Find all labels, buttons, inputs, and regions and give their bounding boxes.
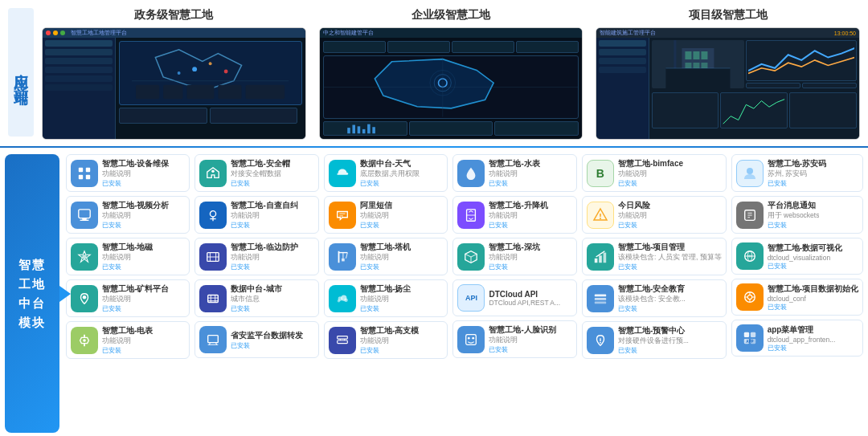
svg-point-71 xyxy=(338,299,341,302)
svg-point-44 xyxy=(83,339,86,342)
svg-point-40 xyxy=(82,255,86,259)
module-card[interactable]: 数据中台-天气 底层数据,共用权限 已安装 xyxy=(324,154,448,192)
svg-rect-35 xyxy=(79,174,83,178)
module-icon xyxy=(457,160,485,187)
module-name: app菜单管理 xyxy=(768,324,836,336)
module-name: 数据中台-天气 xyxy=(360,158,420,169)
module-icon: B xyxy=(587,160,614,187)
module-card[interactable]: 智慧工地-苏安码 苏州, 苏安码 已安装 xyxy=(731,154,863,192)
module-name: 今日风险 xyxy=(618,200,650,211)
module-status: 已安装 xyxy=(768,344,836,352)
module-card[interactable]: 智慧工地-数据可视化 dtcloud_visualization 已安装 xyxy=(731,238,863,275)
module-status: 已安装 xyxy=(231,179,289,188)
module-card[interactable]: 智慧工地-项目数据初始化 dtcloud_conf 已安装 xyxy=(731,279,863,316)
module-icon xyxy=(587,327,614,354)
module-desc: 功能说明 xyxy=(102,211,169,221)
module-desc: 功能说明 xyxy=(231,253,297,263)
module-icon xyxy=(71,202,98,229)
module-card[interactable]: 阿里短信 功能说明 已安装 xyxy=(324,196,448,234)
module-card[interactable]: B 智慧工地-bimface 功能说明 已安装 xyxy=(582,154,727,192)
module-card[interactable]: APP app菜单管理 dtcloud_app_fronten... 已安装 xyxy=(731,320,863,357)
module-desc: dtcloud_app_fronten... xyxy=(768,336,836,344)
module-icon xyxy=(329,202,356,229)
module-card[interactable]: 智慧工地-高支模 功能说明 已安装 xyxy=(324,321,448,359)
module-card[interactable]: 智慧工地-设备维保 功能说明 已安装 xyxy=(66,154,190,192)
module-card[interactable]: 智慧工地-塔机 功能说明 已安装 xyxy=(324,238,448,275)
module-status: 已安装 xyxy=(360,346,419,355)
module-name: 智慧工地-高支模 xyxy=(360,325,419,336)
svg-point-2 xyxy=(209,62,212,65)
svg-marker-0 xyxy=(156,50,242,89)
module-desc: 功能说明 xyxy=(102,295,169,304)
svg-line-66 xyxy=(346,252,347,258)
module-desc: 底层数据,共用权限 xyxy=(360,169,420,179)
module-card[interactable]: 智慧工地-深坑 功能说明 已安装 xyxy=(452,238,576,275)
module-card[interactable]: 数据中台-城市 城市信息 已安装 xyxy=(194,279,318,317)
module-card[interactable]: 智慧工地-水表 功能说明 已安装 xyxy=(452,154,576,192)
module-card[interactable]: 智慧工地-预警中心 对接硬件设备进行预... 已安装 xyxy=(582,321,727,359)
module-card[interactable]: 智慧工地-项目管理 该模块包含: 人员实 管理, 预算等 已安装 xyxy=(582,238,727,275)
module-card[interactable]: 智慧工地-安全教育 该模块包含: 安全教... 已安装 xyxy=(582,279,727,317)
module-card[interactable]: 智慧工地-安全帽 对接安全帽数据 已安装 xyxy=(194,154,318,192)
svg-rect-34 xyxy=(86,167,90,171)
svg-rect-10 xyxy=(246,85,285,100)
module-card[interactable]: 智慧工地-临边防护 功能说明 已安装 xyxy=(194,238,318,275)
module-desc: 功能说明 xyxy=(360,336,419,346)
module-status: 已安装 xyxy=(102,179,169,188)
module-name: 智慧工地-深坑 xyxy=(489,242,539,253)
svg-rect-86 xyxy=(599,255,602,263)
module-status: 已安装 xyxy=(618,263,722,271)
module-status: 已安装 xyxy=(618,221,650,230)
module-name: 阿里短信 xyxy=(360,200,392,211)
module-name: 智慧工地-塔机 xyxy=(360,242,411,253)
module-name: 智慧工地-升降机 xyxy=(489,200,547,211)
module-name: 平台消息通知 xyxy=(768,200,820,211)
module-card[interactable]: 省安监平台数据转发 已安装 xyxy=(194,321,318,358)
module-card[interactable]: 智慧工地-地磁 功能说明 已安装 xyxy=(66,238,190,275)
module-icon xyxy=(199,326,227,353)
module-card[interactable]: 智慧工地-扬尘 功能说明 已安装 xyxy=(324,279,448,317)
arrow-icon xyxy=(59,286,71,302)
module-card[interactable]: 平台消息通知 用于 websockets 已安装 xyxy=(731,196,863,234)
module-desc: 功能说明 xyxy=(618,169,683,179)
modules-column-0: 智慧工地-设备维保 功能说明 已安装 智慧工地-视频分析 功能说明 已安装 xyxy=(66,154,190,433)
module-card[interactable]: 智慧工地-自查自纠 功能说明 已安装 xyxy=(194,196,318,234)
module-name: 智慧工地-项目管理 xyxy=(618,242,722,253)
svg-rect-9 xyxy=(219,85,242,100)
svg-rect-88 xyxy=(595,294,606,296)
module-status: 已安装 xyxy=(231,263,297,271)
module-name: 智慧工地-扬尘 xyxy=(360,283,411,295)
module-card[interactable]: API DTCloud API DTCloud API,REST A... xyxy=(452,279,576,316)
module-name: 智慧工地-地磁 xyxy=(102,242,153,253)
svg-rect-17 xyxy=(347,128,350,133)
module-card[interactable]: 智慧工地-视频分析 功能说明 已安装 xyxy=(66,196,190,234)
svg-point-101 xyxy=(748,255,751,258)
module-icon xyxy=(71,327,98,354)
module-desc: 功能说明 xyxy=(360,253,411,263)
module-icon xyxy=(199,285,227,312)
svg-point-46 xyxy=(211,210,216,216)
svg-rect-85 xyxy=(595,258,598,262)
module-status: 已安装 xyxy=(489,179,539,188)
enterprise-group: 企业级智慧工地 中之和智能建管平台 xyxy=(319,8,583,140)
module-icon xyxy=(329,160,356,187)
module-card[interactable]: 今日风险 功能说明 已安装 xyxy=(582,196,727,234)
module-card[interactable]: 智慧工地-升降机 功能说明 已安装 xyxy=(452,196,576,234)
module-name: 智慧工地-临边防护 xyxy=(231,242,297,253)
module-status: 已安装 xyxy=(489,263,539,271)
module-status: 已安装 xyxy=(231,341,303,350)
svg-rect-19 xyxy=(357,126,360,133)
screenshots-area: 政务级智慧工地 智慧工地工地管理平台 xyxy=(42,8,860,140)
module-icon xyxy=(71,285,98,312)
module-card[interactable]: 智慧工地-人脸识别 功能说明 已安装 xyxy=(452,320,576,358)
module-status: 已安装 xyxy=(768,262,842,271)
svg-rect-73 xyxy=(338,336,348,339)
module-name: DTCloud API xyxy=(489,290,560,299)
svg-rect-20 xyxy=(362,129,366,133)
module-desc: 城市信息 xyxy=(231,295,281,304)
module-card[interactable]: 智慧工地-电表 功能说明 已安装 xyxy=(66,321,190,359)
module-card[interactable]: 智慧工地-矿料平台 功能说明 已安装 xyxy=(66,279,190,317)
svg-point-41 xyxy=(83,295,87,299)
svg-rect-31 xyxy=(665,68,730,88)
module-icon xyxy=(736,283,764,311)
